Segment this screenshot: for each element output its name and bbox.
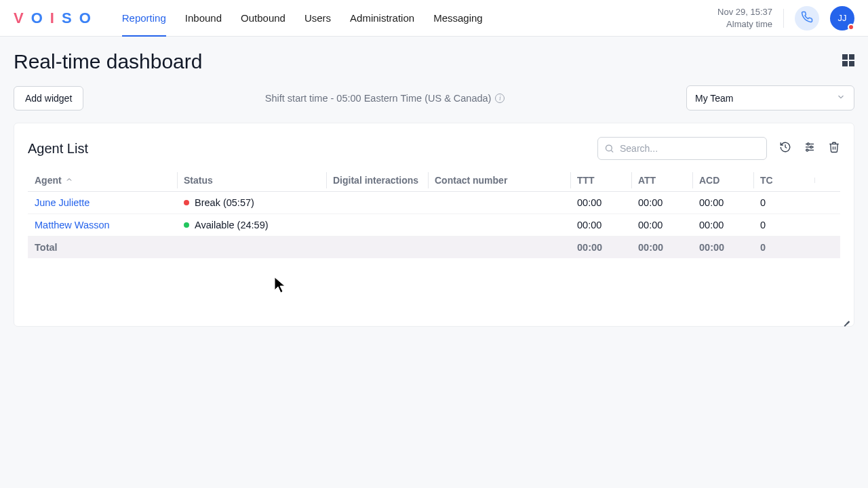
col-ttt-label: TTT <box>577 175 595 186</box>
status-dot-icon <box>184 200 189 205</box>
delete-button[interactable] <box>828 141 840 156</box>
search-box <box>597 137 767 160</box>
team-select-value: My Team <box>695 93 734 104</box>
total-att: 00:00 <box>638 242 699 253</box>
page-header-row: Real-time dashboard <box>14 50 854 73</box>
sort-asc-icon <box>65 175 73 186</box>
col-tc-label: TC <box>760 175 773 186</box>
grid-icon <box>842 54 854 69</box>
widget-tools <box>597 137 840 160</box>
col-acd[interactable]: ACD <box>699 175 760 186</box>
cell-acd: 00:00 <box>699 220 760 230</box>
table-row: Matthew Wasson Available (24:59) 00:00 0… <box>28 214 840 237</box>
resize-handle[interactable] <box>842 314 850 322</box>
nav-messaging[interactable]: Messaging <box>433 0 483 36</box>
trash-icon <box>828 141 840 156</box>
widget-title: Agent List <box>28 141 88 157</box>
status-dot-icon <box>184 222 189 228</box>
nav-users[interactable]: Users <box>304 0 331 36</box>
page-title: Real-time dashboard <box>14 50 202 73</box>
nav-outbound[interactable]: Outbound <box>241 0 285 36</box>
datetime: Nov 29, 15:37 Almaty time <box>717 6 772 30</box>
col-contact-label: Contact number <box>435 175 507 186</box>
col-agent-label: Agent <box>35 175 62 186</box>
table-header: Agent Status Digital interactions Contac… <box>28 169 840 192</box>
logo: VOISO <box>14 9 95 27</box>
presence-dot <box>848 24 854 30</box>
col-tc[interactable]: TC <box>760 175 821 186</box>
col-status-label: Status <box>184 175 213 186</box>
status-cell: Break (05:57) <box>184 197 333 208</box>
status-text: Available (24:59) <box>195 220 269 230</box>
col-att-label: ATT <box>638 175 656 186</box>
controls-row: Add widget Shift start time - 05:00 East… <box>14 85 854 110</box>
col-digital-label: Digital interactions <box>333 175 418 186</box>
col-acd-label: ACD <box>699 175 719 186</box>
phone-button[interactable] <box>795 6 819 30</box>
sliders-icon <box>804 141 816 156</box>
tz-line: Almaty time <box>717 18 772 30</box>
nav-administration[interactable]: Administration <box>350 0 414 36</box>
nav-reporting[interactable]: Reporting <box>122 0 166 36</box>
cell-acd: 00:00 <box>699 197 760 208</box>
filter-button[interactable] <box>804 141 816 156</box>
avatar-initials: JJ <box>838 13 847 23</box>
nav-items: Reporting Inbound Outbound Users Adminis… <box>122 0 717 36</box>
total-label: Total <box>35 242 184 253</box>
top-nav: VOISO Reporting Inbound Outbound Users A… <box>0 0 868 37</box>
total-tc: 0 <box>760 242 821 253</box>
total-acd: 00:00 <box>699 242 760 253</box>
shift-start-text: Shift start time - 05:00 Eastern Time (U… <box>265 93 505 104</box>
svg-line-5 <box>611 150 613 152</box>
col-ttt[interactable]: TTT <box>577 175 638 186</box>
widget-header: Agent List <box>14 123 854 169</box>
nav-inbound[interactable]: Inbound <box>185 0 222 36</box>
history-button[interactable] <box>779 141 791 156</box>
svg-point-10 <box>810 146 812 148</box>
col-digital[interactable]: Digital interactions <box>333 175 435 186</box>
cell-att: 00:00 <box>638 220 699 230</box>
svg-rect-0 <box>842 54 848 60</box>
status-text: Break (05:57) <box>195 197 254 208</box>
svg-point-9 <box>807 143 809 145</box>
chevron-down-icon <box>836 92 846 104</box>
col-agent[interactable]: Agent <box>35 175 184 186</box>
topbar-right: Nov 29, 15:37 Almaty time JJ <box>717 6 854 30</box>
svg-rect-2 <box>842 61 848 66</box>
table-total-row: Total 00:00 00:00 00:00 0 <box>28 237 840 258</box>
cell-tc: 0 <box>760 220 821 230</box>
svg-rect-3 <box>849 61 854 66</box>
phone-icon <box>801 11 813 26</box>
divider <box>783 9 784 28</box>
col-contact[interactable]: Contact number <box>435 175 577 186</box>
info-icon[interactable]: i <box>495 94 505 103</box>
agent-list-widget: Agent List <box>14 123 854 327</box>
add-widget-button[interactable]: Add widget <box>14 86 83 110</box>
search-input[interactable] <box>597 137 767 160</box>
cell-att: 00:00 <box>638 197 699 208</box>
avatar[interactable]: JJ <box>830 6 854 30</box>
svg-point-11 <box>806 149 808 151</box>
page: Real-time dashboard Add widget Shift sta… <box>0 37 868 340</box>
col-status[interactable]: Status <box>184 175 333 186</box>
cell-ttt: 00:00 <box>577 220 638 230</box>
svg-rect-1 <box>849 54 854 60</box>
agent-link[interactable]: June Juliette <box>35 197 184 208</box>
team-select[interactable]: My Team <box>686 85 854 110</box>
layout-grid-button[interactable] <box>842 54 854 69</box>
svg-point-4 <box>606 145 612 151</box>
cell-tc: 0 <box>760 197 821 208</box>
agent-table: Agent Status Digital interactions Contac… <box>28 169 840 258</box>
agent-link[interactable]: Matthew Wasson <box>35 220 184 230</box>
history-icon <box>779 141 791 156</box>
status-cell: Available (24:59) <box>184 220 333 230</box>
shift-text-label: Shift start time - 05:00 Eastern Time (U… <box>265 93 492 104</box>
date-line: Nov 29, 15:37 <box>717 6 772 18</box>
table-row: June Juliette Break (05:57) 00:00 00:00 … <box>28 192 840 214</box>
col-att[interactable]: ATT <box>638 175 699 186</box>
cell-ttt: 00:00 <box>577 197 638 208</box>
total-ttt: 00:00 <box>577 242 638 253</box>
